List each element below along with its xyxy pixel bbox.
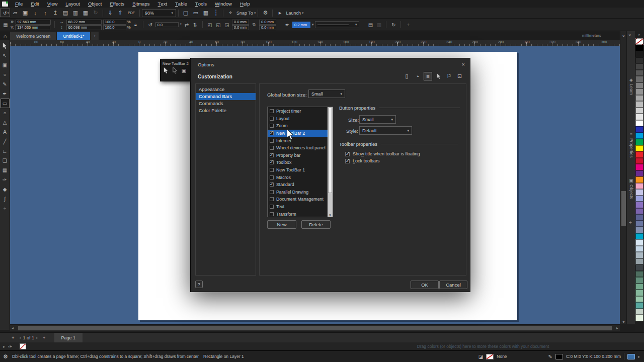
monitor-icon[interactable]: ⊡ (455, 72, 464, 80)
palette-swatch[interactable] (635, 189, 643, 196)
palette-swatch[interactable] (635, 70, 643, 76)
crop-tool[interactable]: ▣ (1, 60, 10, 70)
list-icon[interactable]: ≡ (424, 72, 432, 80)
menu-window[interactable]: Window (211, 0, 236, 8)
export-doc-icon[interactable]: ⇑ (115, 9, 125, 18)
menu-layout[interactable]: Layout (61, 0, 84, 8)
scroll-down-icon[interactable]: ▼ (328, 214, 333, 217)
scrollbar-thumb[interactable] (328, 108, 332, 193)
import-doc-icon[interactable]: ⇓ (105, 9, 115, 18)
corner-radius-field-4[interactable]: 0.0 mm (259, 25, 276, 30)
drop-shadow-tool[interactable]: ❏ (1, 156, 10, 165)
button-size-dropdown[interactable]: Small▾ (359, 115, 396, 124)
corner-radius-field-2[interactable]: 0.0 mm (232, 25, 249, 30)
object-width-field[interactable]: 68.22 mm (66, 20, 102, 25)
palette-swatch[interactable] (635, 264, 643, 271)
round-corner-icon[interactable]: ◰ (206, 22, 213, 28)
shape-tool[interactable]: ↖ (1, 51, 10, 60)
docker-close-icon[interactable]: × (628, 33, 631, 38)
chevron-down-icon[interactable]: ▾ (312, 23, 314, 27)
launch-label[interactable]: Launch (286, 11, 301, 16)
palette-swatch[interactable] (635, 108, 643, 114)
menu-edit[interactable]: Edit (27, 0, 43, 8)
checkbox[interactable] (270, 124, 274, 128)
mesh-fill-tool[interactable]: ▦ (1, 165, 10, 175)
menu-bitmaps[interactable]: Bitmaps (128, 0, 153, 8)
palette-swatch[interactable] (635, 63, 643, 70)
vertical-scrollbar[interactable]: × ▼ (620, 31, 626, 324)
paste-icon[interactable]: ▦ (80, 9, 91, 18)
eyedropper-icon[interactable]: ✑ (8, 344, 12, 349)
import-icon[interactable]: ↓ (30, 9, 40, 18)
view-rulers-icon[interactable]: ▭ (191, 9, 201, 18)
smart-fill-tool[interactable]: ∫ (1, 194, 10, 204)
dialog-close-icon[interactable]: × (462, 61, 465, 67)
horizontal-scrollbar-thumb[interactable] (18, 326, 612, 330)
palette-swatch[interactable] (635, 284, 643, 290)
checkbox[interactable] (270, 139, 274, 143)
checkbox[interactable] (345, 152, 350, 156)
checkbox[interactable] (270, 190, 274, 194)
convert-to-curves-icon[interactable]: ↻ (390, 22, 397, 28)
wrap-text-icon[interactable]: ▤ (367, 22, 374, 28)
help-button[interactable]: ? (195, 281, 203, 288)
palette-swatch[interactable] (635, 45, 643, 51)
save-icon[interactable]: ▣ (181, 67, 187, 74)
document-tab-welcome-screen[interactable]: Welcome Screen (10, 32, 56, 40)
export-icon[interactable]: ↑ (40, 9, 50, 18)
open-icon[interactable]: ▱ (10, 9, 20, 18)
palette-swatch[interactable] (635, 202, 643, 208)
palette-swatch[interactable] (635, 233, 643, 240)
floating-toolbar-new-toolbar-2[interactable]: New ToolBar 2 ▣ (160, 59, 191, 81)
add-page-button[interactable]: + (9, 335, 17, 340)
freehand-tool[interactable]: ✎ (1, 79, 10, 89)
nav-item-commands[interactable]: Commands (196, 100, 256, 107)
cancel-button[interactable]: Cancel (439, 281, 467, 289)
add-tool-icon[interactable]: + (1, 204, 10, 213)
scroll-left-icon[interactable]: ◂ (12, 326, 14, 330)
checkbox[interactable] (270, 175, 274, 179)
palette-swatch[interactable] (635, 271, 643, 278)
rectangle-tool[interactable]: ▭ (1, 99, 10, 108)
lock-ratio-icon[interactable]: 🔒︎ (132, 22, 139, 28)
mirror-vertical-icon[interactable]: ⇅ (192, 22, 199, 28)
document-palette-none-swatch[interactable] (20, 343, 26, 349)
palette-swatch[interactable] (635, 227, 643, 233)
palette-swatch[interactable] (635, 315, 643, 321)
button-style-dropdown[interactable]: Default▾ (359, 126, 412, 135)
save-icon[interactable]: ▣ (20, 9, 30, 18)
connector-tool[interactable]: ∟ (1, 146, 10, 156)
command-bar-row-text[interactable]: Text (268, 203, 328, 211)
palette-swatch[interactable] (635, 246, 643, 252)
command-bar-row-document-management[interactable]: Document Management (268, 196, 328, 203)
docker-tab-objects[interactable]: ▣Objects (627, 178, 635, 199)
color-proof-monitor-icon[interactable] (627, 354, 635, 359)
publish-icon[interactable]: ↥ (50, 9, 60, 18)
global-button-size-dropdown[interactable]: Small▾ (308, 89, 345, 98)
command-bar-row-parallel-drawing[interactable]: Parallel Drawing (268, 189, 328, 196)
corner-radius-field-1[interactable]: 0.0 mm (232, 20, 249, 25)
new-toolbar-button[interactable]: New (267, 220, 296, 229)
checkbox[interactable] (270, 131, 274, 135)
full-screen-preview-icon[interactable]: ▢ (181, 9, 191, 18)
snap-to-label[interactable]: Snap To (236, 11, 253, 16)
menu-text[interactable]: Text (154, 0, 172, 8)
redo-icon[interactable]: ↻ (91, 9, 101, 18)
object-height-field[interactable]: 60.098 mm (66, 25, 102, 30)
command-bar-row-standard[interactable]: Standard (268, 181, 328, 189)
checkbox[interactable] (270, 109, 274, 113)
mirror-horizontal-icon[interactable]: ⇄ (183, 22, 190, 28)
floating-toolbar-title[interactable]: New ToolBar 2 (160, 60, 191, 67)
x-position-field[interactable]: 97.563 mm (16, 20, 51, 25)
command-bars-scrollbar[interactable]: ▼ (328, 107, 333, 217)
outline-width-field[interactable]: 0.2 mm (292, 22, 310, 28)
y-position-field[interactable]: 134.036 mm (15, 25, 50, 30)
checkbox[interactable] (270, 197, 274, 201)
palette-swatch[interactable] (635, 114, 643, 120)
palette-swatch[interactable] (635, 221, 643, 227)
ellipse-tool[interactable]: ○ (1, 108, 10, 118)
palette-swatch[interactable] (635, 164, 643, 170)
palette-swatch[interactable] (635, 302, 643, 309)
document-tab-untitled-1-[interactable]: Untitled-1* (57, 32, 90, 40)
palette-swatch[interactable] (635, 239, 643, 246)
